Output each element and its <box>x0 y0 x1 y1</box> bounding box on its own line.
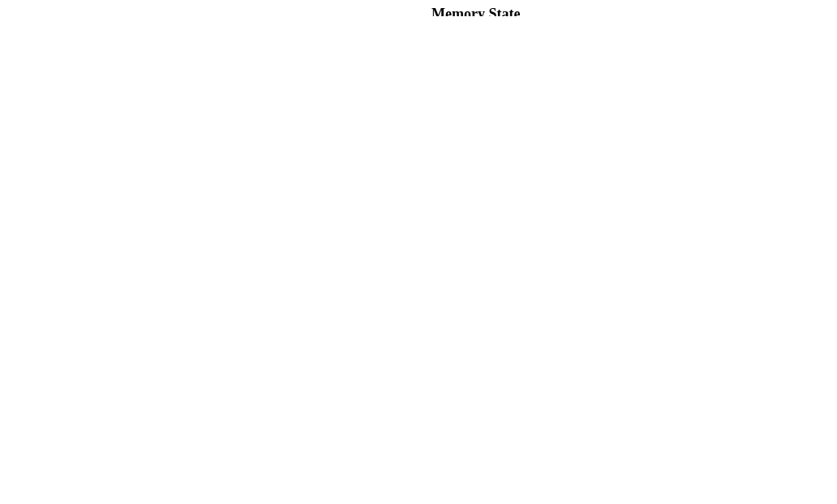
memory-state-title: Memory State <box>431 6 520 16</box>
brace <box>0 0 406 16</box>
arrows-overlay <box>0 0 406 16</box>
panel-after-unlink: Memory State A D B C A <box>422 0 827 16</box>
panel-before-unlink: Memory State A B C D A <box>0 0 406 16</box>
